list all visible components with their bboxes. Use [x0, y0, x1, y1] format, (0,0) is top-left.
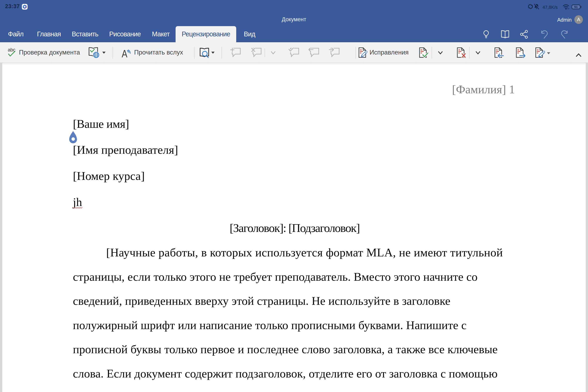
- lightbulb-icon: [482, 30, 490, 39]
- doc-line-jh[interactable]: jh: [73, 196, 82, 208]
- account-name[interactable]: Admin: [557, 17, 572, 23]
- status-clock: 23:37: [5, 3, 20, 10]
- doc-line-name[interactable]: [Ваше имя]: [73, 118, 129, 130]
- read-aloud-icon: A: [122, 47, 132, 58]
- doc-line-teacher[interactable]: [Имя преподавателя]: [73, 144, 178, 156]
- review-ribbon: abc Проверка документа A Прочитать вслух: [0, 42, 588, 63]
- undo-button[interactable]: [540, 26, 550, 42]
- previous-change-button[interactable]: [494, 47, 505, 58]
- toolbar-separator: [222, 47, 222, 58]
- next-comment-button: [328, 47, 340, 58]
- ink-editor-dropdown-icon[interactable]: [547, 52, 550, 54]
- toolbar-separator: [432, 47, 432, 58]
- tab-review[interactable]: Рецензирование: [176, 26, 236, 42]
- toolbar-separator: [112, 47, 113, 58]
- read-aloud-button[interactable]: A: [122, 47, 132, 58]
- book-icon: [500, 30, 510, 38]
- doc-para-line4[interactable]: полужирный шрифт или написание только пр…: [73, 319, 466, 331]
- app-header: 23:37 47,8K/s: [0, 0, 588, 42]
- translate-button[interactable]: [88, 47, 101, 58]
- tab-label: Макет: [152, 30, 170, 38]
- collapse-ribbon-icon[interactable]: [576, 53, 582, 57]
- tab-draw[interactable]: Рисование: [105, 26, 145, 42]
- spellcheck-squiggle: [72, 206, 82, 208]
- previous-change-icon: [494, 47, 505, 58]
- comment-nav-dropdown-icon: [271, 51, 276, 54]
- search-button[interactable]: [199, 48, 210, 59]
- tab-label: Вид: [244, 30, 255, 38]
- doc-line-course[interactable]: [Номер курса]: [73, 170, 145, 182]
- reject-change-button[interactable]: [456, 47, 466, 58]
- redo-icon: [560, 30, 568, 39]
- tab-file[interactable]: Файл: [4, 26, 27, 42]
- resolve-comment-button: [288, 47, 300, 58]
- toolbar-separator: [264, 48, 265, 57]
- accept-change-button[interactable]: [418, 47, 429, 58]
- ideas-button[interactable]: [482, 26, 490, 42]
- track-changes-button[interactable]: [358, 47, 368, 58]
- delete-comment-button: [250, 47, 262, 58]
- previous-comment-button: [308, 47, 320, 58]
- read-mode-button[interactable]: [500, 26, 510, 42]
- redo-button[interactable]: [560, 26, 569, 42]
- toolbar-separator: [469, 47, 470, 58]
- document-title: Документ: [0, 16, 588, 23]
- new-comment-button: [230, 47, 241, 58]
- tab-view[interactable]: Вид: [238, 26, 261, 42]
- running-head[interactable]: [Фамилия] 1: [452, 84, 515, 95]
- share-icon: [520, 30, 528, 39]
- book-search-icon: [199, 47, 210, 59]
- svg-text:A: A: [122, 48, 128, 58]
- tab-label: Файл: [8, 30, 24, 38]
- proofing-label[interactable]: Проверка документа: [19, 49, 80, 56]
- reject-dropdown-icon[interactable]: [476, 51, 480, 54]
- next-change-button[interactable]: [515, 47, 526, 58]
- tab-label: Рецензирование: [182, 30, 230, 38]
- edit-pencil-icon: [535, 47, 546, 58]
- track-changes-icon: [358, 47, 368, 58]
- text-cursor-handle[interactable]: [69, 131, 77, 144]
- tab-insert[interactable]: Вставить: [68, 26, 102, 42]
- accept-change-icon: [418, 47, 429, 58]
- doc-para-line6[interactable]: слова. Если документ содержит подзаголов…: [73, 368, 498, 380]
- share-button[interactable]: [520, 26, 528, 42]
- comment-delete-icon: [250, 47, 262, 58]
- undo-icon: [541, 30, 549, 39]
- page-top-shadow: [2, 63, 586, 65]
- notifications-off-icon: [534, 4, 539, 10]
- doc-para-line1[interactable]: [Научные работы, в которых используется …: [106, 247, 503, 258]
- office365-icon: [22, 4, 28, 10]
- reject-change-icon: [456, 47, 466, 58]
- ribbon-tabbar: Файл Главная Вставить Рисование Макет Ре…: [0, 26, 588, 42]
- toolbar-separator: [356, 47, 356, 58]
- tab-home[interactable]: Главная: [33, 26, 64, 42]
- document-canvas[interactable]: [Фамилия] 1 [Ваше имя] [Имя преподавател…: [0, 63, 588, 392]
- doc-para-line3[interactable]: сведений, приведенных вверху этой страни…: [73, 295, 450, 307]
- data-saver-icon: [528, 4, 533, 9]
- ink-editor-button[interactable]: [535, 47, 546, 58]
- network-speed: 47,8K/s: [542, 5, 558, 10]
- tab-label: Главная: [37, 30, 61, 38]
- tab-layout[interactable]: Макет: [148, 26, 174, 42]
- doc-para-line2[interactable]: страницы, если только этого не требует п…: [73, 271, 478, 283]
- translate-dropdown-icon[interactable]: [102, 52, 106, 54]
- comment-resolve-icon: [288, 47, 300, 58]
- tab-label: Рисование: [109, 30, 141, 38]
- track-changes-label[interactable]: Исправления: [370, 49, 408, 56]
- tab-label: Вставить: [72, 30, 98, 38]
- accept-dropdown-icon[interactable]: [438, 51, 443, 54]
- doc-para-line5[interactable]: прописной буквы только первое и последне…: [73, 344, 498, 355]
- read-aloud-label[interactable]: Прочитать вслух: [134, 49, 183, 56]
- comment-next-icon: [328, 47, 340, 58]
- next-change-icon: [515, 47, 526, 58]
- toolbar-separator: [194, 47, 194, 58]
- wifi-icon: [563, 4, 570, 10]
- proofing-button[interactable]: abc: [8, 47, 17, 58]
- comment-previous-icon: [308, 47, 320, 58]
- comment-add-icon: [230, 47, 241, 58]
- search-dropdown-icon[interactable]: [211, 52, 215, 54]
- doc-line-title[interactable]: [Заголовок]: [Подзаголовок]: [73, 222, 516, 234]
- translate-icon: [88, 47, 101, 58]
- avatar[interactable]: A: [574, 15, 583, 24]
- spellcheck-icon: abc: [8, 47, 17, 58]
